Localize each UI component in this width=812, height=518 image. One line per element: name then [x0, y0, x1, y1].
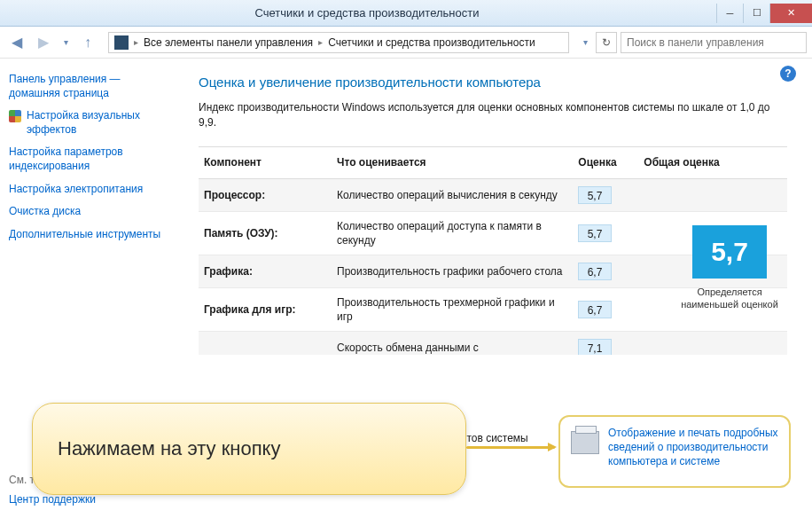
intro-text: Индекс производительности Windows исполь…	[199, 100, 787, 130]
row-score: 7,1	[578, 339, 612, 355]
search-field[interactable]	[627, 33, 800, 52]
close-button[interactable]: ✕	[769, 4, 812, 23]
history-dropdown[interactable]: ▾	[59, 37, 73, 47]
forward-button[interactable]: ▶	[32, 31, 55, 54]
callout-arrow-icon	[466, 446, 555, 449]
row-name: Графика для игр:	[199, 303, 332, 316]
table-row: Скорость обмена данными с 7,1	[199, 332, 787, 355]
printer-icon	[571, 431, 599, 454]
overall-score-value: 5,7	[692, 225, 767, 279]
callout-text: Нажимаем на эту кнопку	[58, 437, 280, 460]
row-name: Память (ОЗУ):	[199, 227, 332, 239]
row-desc: Количество операций доступа к памяти в с…	[332, 219, 571, 247]
breadcrumb[interactable]: ▸ Все элементы панели управления ▸ Счетч…	[108, 32, 569, 53]
table-header: Компонент Что оценивается Оценка Общая о…	[199, 147, 787, 179]
up-button[interactable]: ↑	[76, 31, 99, 54]
row-score: 6,7	[578, 301, 612, 318]
minimize-button[interactable]: ─	[716, 4, 743, 23]
window-title: Счетчики и средства производительности	[18, 6, 716, 20]
page-title: Оценка и увеличение производительности к…	[199, 75, 787, 90]
maximize-button[interactable]: ☐	[743, 4, 769, 23]
header-score: Оценка	[571, 156, 624, 169]
row-desc: Скорость обмена данными с	[332, 341, 571, 355]
see-also-link[interactable]: Центр поддержки	[9, 493, 96, 506]
sidebar-link-power[interactable]: Настройка электропитания	[9, 183, 165, 197]
sidebar-link-advanced-tools[interactable]: Дополнительные инструменты	[9, 228, 165, 242]
print-details-box[interactable]: Отображение и печать подробных сведений …	[558, 415, 791, 488]
control-panel-icon	[114, 35, 129, 50]
header-description: Что оценивается	[332, 156, 571, 169]
row-score: 5,7	[578, 186, 612, 204]
back-button[interactable]: ◀	[5, 31, 28, 54]
sidebar-home-link[interactable]: Панель управления — домашняя страница	[9, 73, 165, 100]
navbar: ◀ ▶ ▾ ↑ ▸ Все элементы панели управления…	[0, 27, 812, 59]
row-desc: Количество операций вычисления в секунду	[332, 188, 571, 202]
sidebar-link-indexing[interactable]: Настройка параметров индексирования	[9, 145, 165, 173]
chevron-right-icon: ▸	[318, 37, 323, 47]
row-desc: Производительность графики рабочего стол…	[332, 264, 571, 279]
row-desc: Производительность трехмерной графики и …	[332, 295, 571, 324]
sidebar-link-visual-effects[interactable]: Настройка визуальных эффектов	[9, 109, 165, 137]
header-component: Компонент	[199, 156, 332, 169]
chevron-right-icon: ▸	[134, 37, 138, 47]
titlebar: Счетчики и средства производительности ─…	[0, 0, 812, 27]
breadcrumb-item-1[interactable]: Все элементы панели управления	[144, 36, 313, 49]
row-score: 6,7	[578, 263, 612, 280]
row-name: Процессор:	[199, 189, 332, 201]
row-name: Графика:	[199, 265, 332, 278]
help-icon[interactable]: ?	[780, 66, 796, 82]
search-input[interactable]	[621, 32, 807, 53]
refresh-button[interactable]: ↻	[596, 32, 617, 53]
table-row: Процессор: Количество операций вычислени…	[199, 179, 787, 212]
print-details-link[interactable]: Отображение и печать подробных сведений …	[608, 426, 778, 469]
header-overall: Общая оценка	[624, 156, 739, 169]
sidebar-link-disk-cleanup[interactable]: Очистка диска	[9, 205, 165, 219]
overall-score-box: 5,7 Определяется наименьшей оценкой	[677, 225, 782, 311]
sidebar-item-label: Настройка визуальных эффектов	[27, 109, 165, 137]
breadcrumb-item-2[interactable]: Счетчики и средства производительности	[328, 36, 535, 49]
shield-icon	[9, 110, 21, 122]
main: Панель управления — домашняя страница На…	[0, 59, 812, 518]
overall-score-label: Определяется наименьшей оценкой	[677, 286, 782, 311]
annotation-callout: Нажимаем на эту кнопку	[32, 403, 466, 495]
breadcrumb-dropdown[interactable]: ▾	[578, 37, 592, 47]
row-score: 5,7	[578, 224, 612, 242]
